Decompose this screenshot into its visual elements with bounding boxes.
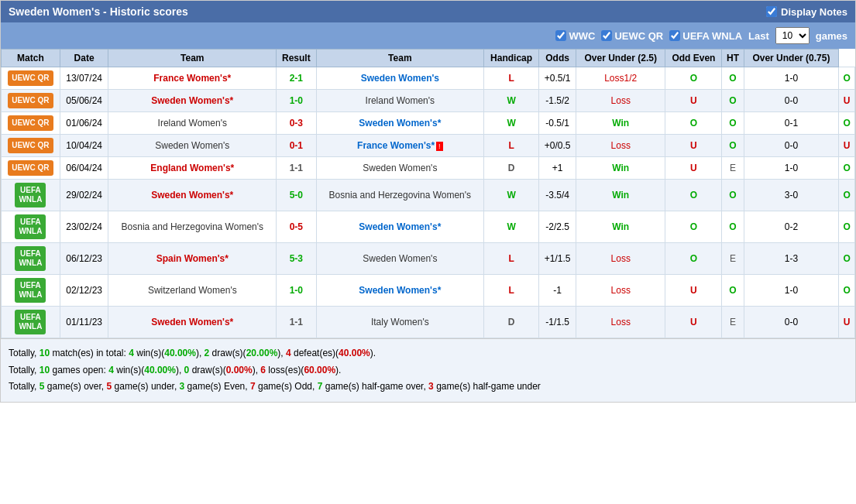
- handicap-cell: -3.5/4: [539, 180, 576, 211]
- over-under2-cell: O: [839, 211, 855, 243]
- table-row: UEWC QR 06/04/24 England Women's* 1-1 Sw…: [2, 157, 855, 180]
- date-cell: 05/06/24: [60, 90, 108, 112]
- team1-cell: Sweden Women's*: [108, 307, 277, 338]
- team1-cell: Sweden Women's*: [108, 180, 277, 211]
- open-losses: 6: [260, 365, 266, 375]
- display-notes-checkbox[interactable]: [766, 6, 777, 17]
- date-cell: 13/07/24: [60, 67, 108, 90]
- odds-cell: Win: [576, 180, 665, 211]
- uefa-checkbox[interactable]: [669, 30, 680, 41]
- match-badge-cell: UEFAWNLA: [2, 275, 60, 307]
- match-badge: UEWC QR: [8, 160, 53, 176]
- over-under-cell: U: [665, 90, 722, 112]
- total-wins: 4: [129, 348, 134, 358]
- col-odd-even: Odd Even: [665, 50, 722, 67]
- wdl-cell: L: [484, 275, 539, 307]
- ht-cell: 0-0: [744, 307, 839, 338]
- last-games-select[interactable]: 10 20 30: [775, 27, 810, 44]
- even-count: 3: [180, 381, 185, 392]
- over-under2-cell: O: [839, 67, 855, 90]
- team1-cell: Ireland Women's: [108, 112, 277, 135]
- match-badge: UEFAWNLA: [15, 278, 46, 303]
- odds-cell: Win: [576, 211, 665, 243]
- under-count: 5: [107, 381, 112, 392]
- over-under2-cell: O: [839, 275, 855, 307]
- over-under2-cell: O: [839, 157, 855, 180]
- ht-cell: 0-1: [744, 112, 839, 135]
- table-row: UEFAWNLA 29/02/24 Sweden Women's* 5-0 Bo…: [2, 180, 855, 211]
- match-badge: UEFAWNLA: [15, 183, 46, 207]
- team2-cell: Sweden Women's: [316, 243, 484, 275]
- date-cell: 01/06/24: [60, 112, 108, 135]
- odd-even-cell: O: [722, 67, 744, 90]
- half-under-count: 3: [428, 381, 434, 392]
- over-under2-cell: U: [839, 135, 855, 157]
- odds-cell: Loss: [576, 90, 665, 112]
- date-cell: 06/04/24: [60, 157, 108, 180]
- draws-pct: 20.00%: [246, 348, 278, 358]
- team2-cell: Sweden Women's*: [316, 211, 484, 243]
- col-odds: Odds: [539, 50, 576, 67]
- over-under2-cell: O: [839, 112, 855, 135]
- uefa-filter[interactable]: UEFA WNLA: [669, 30, 742, 42]
- table-row: UEFAWNLA 02/12/23 Switzerland Women's 1-…: [2, 275, 855, 307]
- result-cell: 2-1: [277, 67, 316, 90]
- match-badge: UEWC QR: [8, 138, 53, 153]
- col-team2: Team: [316, 50, 484, 67]
- summary-line1: Totally, 10 match(es) in total: 4 win(s)…: [9, 345, 847, 362]
- open-draws: 0: [184, 365, 190, 375]
- over-under-cell: U: [665, 275, 722, 307]
- wdl-cell: L: [484, 135, 539, 157]
- over-under-cell: O: [665, 211, 722, 243]
- over-count: 5: [40, 381, 45, 392]
- handicap-cell: +0.5/1: [539, 67, 576, 90]
- match-badge-cell: UEWC QR: [2, 90, 60, 112]
- table-row: UEWC QR 13/07/24 France Women's* 2-1 Swe…: [2, 67, 855, 90]
- page-title: Sweden Women's - Historic scores: [9, 5, 188, 18]
- match-badge-cell: UEWC QR: [2, 112, 60, 135]
- date-cell: 06/12/23: [60, 243, 108, 275]
- team2-cell: Sweden Women's*: [316, 112, 484, 135]
- table-row: UEWC QR 01/06/24 Ireland Women's 0-3 Swe…: [2, 112, 855, 135]
- uewc-checkbox[interactable]: [601, 30, 612, 41]
- total-games-open: 10: [40, 365, 50, 375]
- wdl-cell: W: [484, 211, 539, 243]
- scores-table: Match Date Team Result Team Handicap Odd…: [1, 49, 855, 338]
- match-badge: UEFAWNLA: [15, 310, 46, 334]
- match-badge: UEWC QR: [8, 93, 53, 108]
- result-cell: 0-1: [277, 135, 316, 157]
- ht-cell: 1-0: [744, 67, 839, 90]
- odds-cell: Win: [576, 112, 665, 135]
- note-icon: !: [436, 142, 443, 151]
- odd-count: 7: [250, 381, 256, 392]
- uewc-filter[interactable]: UEWC QR: [601, 30, 663, 42]
- col-ht: HT: [722, 50, 744, 67]
- wwc-filter[interactable]: WWC: [555, 30, 595, 42]
- table-row: UEFAWNLA 01/11/23 Sweden Women's* 1-1 It…: [2, 307, 855, 338]
- col-handicap: Handicap: [484, 50, 539, 67]
- result-cell: 5-3: [277, 243, 316, 275]
- match-badge-cell: UEWC QR: [2, 157, 60, 180]
- filter-bar: WWC UEWC QR UEFA WNLA Last 10 20 30 game…: [1, 22, 855, 49]
- team2-cell: Bosnia and Herzegovina Women's: [316, 180, 484, 211]
- odds-cell: Loss1/2: [576, 67, 665, 90]
- wdl-cell: D: [484, 157, 539, 180]
- match-badge-cell: UEFAWNLA: [2, 180, 60, 211]
- handicap-cell: +1/1.5: [539, 243, 576, 275]
- table-row: UEFAWNLA 23/02/24 Bosnia and Herzegovina…: [2, 211, 855, 243]
- team1-cell: Bosnia and Herzegovina Women's: [108, 211, 277, 243]
- over-under2-cell: O: [839, 180, 855, 211]
- over-under2-cell: U: [839, 90, 855, 112]
- wdl-cell: L: [484, 67, 539, 90]
- wwc-label: WWC: [569, 30, 595, 42]
- team1-cell: Switzerland Women's: [108, 275, 277, 307]
- defeats-pct: 40.00%: [339, 348, 370, 358]
- match-badge: UEFAWNLA: [15, 214, 46, 239]
- odd-even-cell: O: [722, 112, 744, 135]
- result-cell: 1-0: [277, 275, 316, 307]
- date-cell: 02/12/23: [60, 275, 108, 307]
- title-bar: Sweden Women's - Historic scores Display…: [1, 1, 855, 22]
- over-under-cell: O: [665, 180, 722, 211]
- col-over-under-25: Over Under (2.5): [576, 50, 665, 67]
- wwc-checkbox[interactable]: [555, 30, 566, 41]
